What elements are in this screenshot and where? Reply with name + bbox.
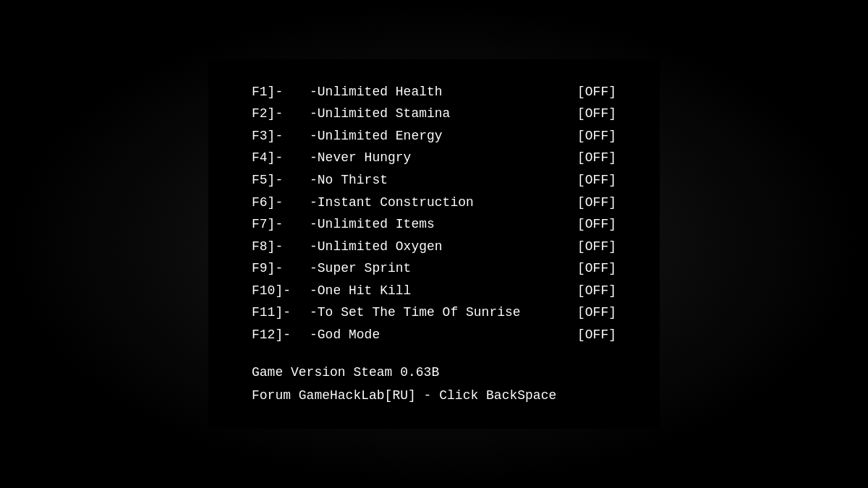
cheat-name: -Never Hungry — [310, 147, 577, 169]
cheat-name: -One Hit Kill — [310, 280, 577, 302]
cheat-name: -Unlimited Health — [310, 81, 577, 103]
cheat-row[interactable]: F12]--God Mode[OFF] — [252, 324, 616, 346]
cheat-key: F2]- — [252, 103, 310, 125]
cheat-key: F6]- — [252, 192, 310, 214]
forum-text: Forum GameHackLab[RU] - Click BackSpace — [252, 384, 616, 407]
cheat-status: [OFF] — [577, 192, 616, 214]
cheat-key: F8]- — [252, 236, 310, 258]
cheat-name: -Instant Construction — [310, 192, 577, 214]
cheat-status: [OFF] — [577, 147, 616, 169]
cheat-row[interactable]: F2]--Unlimited Stamina[OFF] — [252, 103, 616, 125]
cheat-row[interactable]: F6]--Instant Construction[OFF] — [252, 192, 616, 214]
cheat-name: -To Set The Time Of Sunrise — [310, 301, 577, 324]
cheat-status: [OFF] — [577, 324, 616, 346]
cheat-name: -Super Sprint — [310, 257, 577, 280]
cheat-key: F10]- — [252, 280, 310, 302]
cheat-status: [OFF] — [577, 125, 616, 147]
version-text: Game Version Steam 0.63B — [252, 361, 616, 384]
cheat-row[interactable]: F5]--No Thirst[OFF] — [252, 169, 616, 192]
cheat-name: -Unlimited Energy — [310, 125, 577, 147]
cheat-status: [OFF] — [577, 301, 616, 324]
cheat-name: -Unlimited Stamina — [310, 103, 577, 125]
cheat-key: F3]- — [252, 125, 310, 147]
background: F1]--Unlimited Health[OFF]F2]--Unlimited… — [0, 0, 868, 488]
cheat-row[interactable]: F1]--Unlimited Health[OFF] — [252, 81, 616, 103]
cheat-row[interactable]: F8]--Unlimited Oxygen[OFF] — [252, 236, 616, 258]
cheat-name: -Unlimited Items — [310, 213, 577, 236]
footer: Game Version Steam 0.63B Forum GameHackL… — [252, 361, 616, 408]
cheat-status: [OFF] — [577, 103, 616, 125]
cheat-status: [OFF] — [577, 257, 616, 280]
cheat-key: F9]- — [252, 257, 310, 280]
cheat-list: F1]--Unlimited Health[OFF]F2]--Unlimited… — [252, 81, 616, 346]
cheat-key: F7]- — [252, 213, 310, 236]
cheat-name: -No Thirst — [310, 169, 577, 192]
cheat-row[interactable]: F9]--Super Sprint[OFF] — [252, 257, 616, 280]
cheat-key: F1]- — [252, 81, 310, 103]
cheat-panel: F1]--Unlimited Health[OFF]F2]--Unlimited… — [208, 59, 660, 429]
cheat-key: F4]- — [252, 147, 310, 169]
cheat-key: F11]- — [252, 301, 310, 324]
cheat-key: F12]- — [252, 324, 310, 346]
cheat-status: [OFF] — [577, 213, 616, 236]
cheat-row[interactable]: F4]--Never Hungry[OFF] — [252, 147, 616, 169]
cheat-key: F5]- — [252, 169, 310, 192]
cheat-row[interactable]: F10]--One Hit Kill[OFF] — [252, 280, 616, 302]
cheat-status: [OFF] — [577, 169, 616, 192]
cheat-row[interactable]: F7]--Unlimited Items[OFF] — [252, 213, 616, 236]
cheat-status: [OFF] — [577, 280, 616, 302]
cheat-status: [OFF] — [577, 81, 616, 103]
cheat-row[interactable]: F3]--Unlimited Energy[OFF] — [252, 125, 616, 147]
cheat-status: [OFF] — [577, 236, 616, 258]
cheat-name: -Unlimited Oxygen — [310, 236, 577, 258]
cheat-name: -God Mode — [310, 324, 577, 346]
cheat-row[interactable]: F11]--To Set The Time Of Sunrise[OFF] — [252, 301, 616, 324]
